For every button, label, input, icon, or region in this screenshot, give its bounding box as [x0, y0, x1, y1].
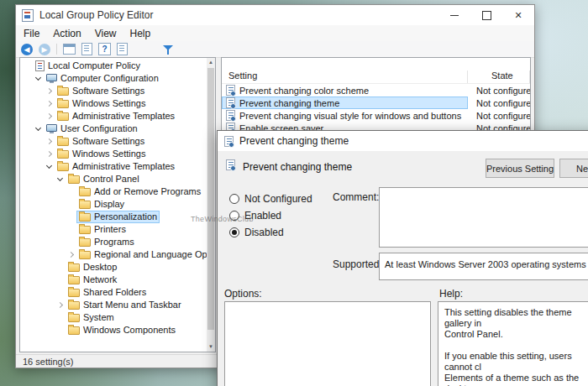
tree-indent-spacer — [66, 211, 76, 223]
toolbar: ◀ ▶ ? — [16, 41, 534, 58]
tree-item-programs[interactable]: Programs — [20, 236, 207, 248]
column-header-state[interactable]: State — [468, 70, 530, 83]
window-titlebar[interactable]: Local Group Policy Editor ✕ — [16, 5, 534, 25]
export-list-icon[interactable] — [81, 43, 92, 55]
chevron-right-icon[interactable] — [45, 85, 55, 97]
tree-item-shared-folders[interactable]: Shared Folders — [20, 286, 207, 299]
tree-item-regional-and-language-option[interactable]: Regional and Language Option... — [20, 248, 207, 261]
forward-icon[interactable]: ▶ — [39, 44, 50, 55]
chevron-down-icon[interactable] — [34, 72, 44, 85]
tree-item-label: Printers — [94, 223, 126, 236]
tree-item-network[interactable]: Network — [20, 274, 207, 286]
close-button[interactable]: ✕ — [502, 5, 534, 25]
chevron-right-icon[interactable] — [45, 148, 55, 160]
chevron-right-icon[interactable] — [45, 110, 55, 123]
filter-icon[interactable] — [162, 44, 174, 55]
help-icon[interactable]: ? — [98, 43, 111, 55]
tree-item-body: System — [66, 311, 117, 324]
tree-item-desktop[interactable]: Desktop — [20, 261, 207, 274]
folder-icon — [79, 251, 91, 259]
tree-item-printers[interactable]: Printers — [20, 223, 207, 236]
tree-item-software-settings[interactable]: Software Settings — [20, 85, 207, 97]
tree-item-software-settings[interactable]: Software Settings — [20, 135, 207, 148]
setting-name: Prevent changing theme — [243, 161, 352, 173]
chevron-down-icon[interactable] — [34, 123, 44, 135]
tree-item-windows-settings[interactable]: Windows Settings — [20, 148, 207, 160]
help-text[interactable]: This setting disables the theme gallery … — [438, 301, 588, 386]
tree-item-label: Regional and Language Option... — [94, 248, 207, 261]
scroll-down-icon[interactable]: ▼ — [207, 342, 215, 352]
radio-not-configured[interactable]: Not Configured — [229, 193, 312, 205]
tree-item-administrative-templates[interactable]: Administrative Templates — [20, 160, 207, 173]
policy-setting-dialog: Prevent changing theme Prevent changing … — [217, 130, 588, 386]
tree-item-system[interactable]: System — [20, 311, 207, 324]
console-tree-toggle-icon[interactable] — [63, 44, 76, 55]
tree-item-label: Display — [94, 198, 124, 211]
settings-row-prevent-changing-theme[interactable]: Prevent changing themeNot configured — [222, 96, 530, 109]
tree-item-windows-settings[interactable]: Windows Settings — [20, 97, 207, 110]
tree-item-body: Personalization — [76, 211, 160, 223]
folder-icon — [68, 326, 80, 335]
scroll-up-icon[interactable]: ▲ — [207, 58, 215, 67]
tree-item-body: Local Computer Policy — [33, 60, 143, 72]
radio-disabled[interactable]: Disabled — [229, 227, 284, 238]
minimize-button[interactable] — [438, 5, 470, 25]
tree-item-local-computer-policy[interactable]: Local Computer Policy — [20, 60, 207, 72]
settings-row-prevent-changing-color-scheme[interactable]: Prevent changing color schemeNot configu… — [222, 84, 530, 96]
tree-item-label: Windows Settings — [72, 97, 145, 110]
chevron-right-icon[interactable] — [55, 299, 66, 311]
maximize-button[interactable] — [470, 5, 502, 25]
previous-setting-button[interactable]: Previous Setting — [486, 159, 554, 178]
computer-icon — [46, 124, 57, 132]
tree-view: Local Computer PolicyComputer Configurat… — [20, 60, 207, 352]
folder-icon — [79, 201, 91, 209]
tree-item-body: Programs — [76, 236, 137, 248]
chevron-right-icon[interactable] — [66, 248, 76, 261]
folder-icon — [68, 314, 80, 322]
tree-item-personalization[interactable]: Personalization — [20, 211, 207, 223]
setting-cell: Prevent changing theme — [222, 96, 468, 109]
computer-icon — [46, 74, 57, 81]
tree-scrollbar[interactable]: ▲ ▼ — [207, 58, 215, 352]
menu-help[interactable]: Help — [123, 28, 158, 39]
chevron-down-icon[interactable] — [45, 160, 55, 173]
tree-item-start-menu-and-taskbar[interactable]: Start Menu and Taskbar — [20, 299, 207, 311]
tree-item-label: Network — [83, 274, 117, 286]
tree-item-label: Control Panel — [83, 173, 139, 185]
status-text: 16 setting(s) — [23, 357, 74, 367]
back-icon[interactable]: ◀ — [21, 44, 33, 55]
folder-icon — [68, 175, 80, 184]
menu-action[interactable]: Action — [46, 28, 87, 39]
setting-name-text: Prevent changing visual style for window… — [239, 111, 461, 121]
comment-input[interactable] — [379, 187, 588, 248]
policy-setting-icon — [226, 110, 235, 121]
chevron-right-icon[interactable] — [45, 135, 55, 148]
menu-view[interactable]: View — [88, 28, 123, 39]
tree-item-windows-components[interactable]: Windows Components — [20, 324, 207, 336]
supported-on-value[interactable]: At least Windows Server 2003 operating s… — [379, 253, 588, 280]
tree-item-label: Software Settings — [72, 85, 144, 97]
tree-item-body: Software Settings — [55, 85, 147, 97]
scrollbar-thumb[interactable] — [207, 68, 214, 330]
policy-setting-icon — [226, 159, 235, 170]
tree-item-control-panel[interactable]: Control Panel — [20, 173, 207, 185]
settings-row-prevent-changing-visual-style-for-windows-and-buttons[interactable]: Prevent changing visual style for window… — [222, 109, 530, 122]
chevron-down-icon[interactable] — [55, 173, 66, 185]
tree-indent-spacer — [66, 236, 76, 248]
column-header-setting[interactable]: Setting — [222, 70, 468, 83]
dialog-titlebar[interactable]: Prevent changing theme — [218, 131, 588, 151]
list-header: Setting State — [222, 58, 530, 84]
menu-file[interactable]: File — [17, 28, 46, 39]
tree-item-display[interactable]: Display — [20, 198, 207, 211]
setting-state-text: Not configured — [468, 111, 531, 121]
properties-icon[interactable] — [117, 43, 128, 55]
tree-indent-spacer — [55, 286, 66, 299]
tree-item-user-configuration[interactable]: User Configuration — [20, 123, 207, 135]
tree-item-body: Add or Remove Programs — [76, 185, 203, 198]
tree-item-add-or-remove-programs[interactable]: Add or Remove Programs — [20, 185, 207, 198]
next-setting-button[interactable]: Next Setting — [559, 159, 588, 178]
tree-item-administrative-templates[interactable]: Administrative Templates — [20, 110, 207, 123]
chevron-right-icon[interactable] — [45, 97, 55, 110]
tree-item-body: Windows Settings — [55, 97, 148, 110]
tree-item-computer-configuration[interactable]: Computer Configuration — [20, 72, 207, 85]
